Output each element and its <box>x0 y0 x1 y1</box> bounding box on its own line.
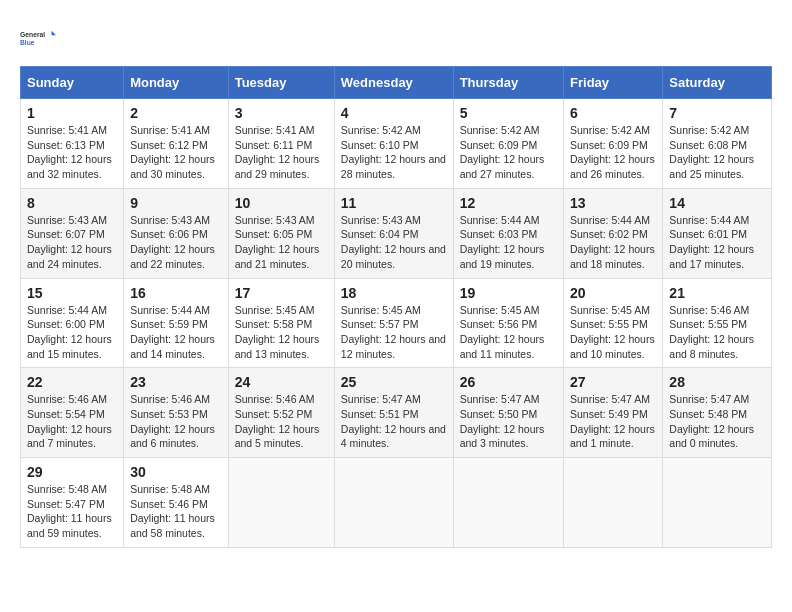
day-cell <box>453 458 563 548</box>
day-detail: Sunrise: 5:44 AM Sunset: 6:01 PM Dayligh… <box>669 213 765 272</box>
day-detail: Sunrise: 5:41 AM Sunset: 6:13 PM Dayligh… <box>27 123 117 182</box>
day-detail: Sunrise: 5:44 AM Sunset: 5:59 PM Dayligh… <box>130 303 222 362</box>
day-cell: 16 Sunrise: 5:44 AM Sunset: 5:59 PM Dayl… <box>124 278 229 368</box>
day-number: 21 <box>669 285 765 301</box>
day-cell: 30 Sunrise: 5:48 AM Sunset: 5:46 PM Dayl… <box>124 458 229 548</box>
col-header-thursday: Thursday <box>453 67 563 99</box>
day-number: 23 <box>130 374 222 390</box>
day-detail: Sunrise: 5:43 AM Sunset: 6:06 PM Dayligh… <box>130 213 222 272</box>
day-detail: Sunrise: 5:43 AM Sunset: 6:04 PM Dayligh… <box>341 213 447 272</box>
svg-marker-2 <box>52 31 57 36</box>
day-detail: Sunrise: 5:42 AM Sunset: 6:08 PM Dayligh… <box>669 123 765 182</box>
day-number: 15 <box>27 285 117 301</box>
day-cell: 19 Sunrise: 5:45 AM Sunset: 5:56 PM Dayl… <box>453 278 563 368</box>
day-detail: Sunrise: 5:41 AM Sunset: 6:12 PM Dayligh… <box>130 123 222 182</box>
col-header-wednesday: Wednesday <box>334 67 453 99</box>
day-number: 26 <box>460 374 557 390</box>
day-cell: 5 Sunrise: 5:42 AM Sunset: 6:09 PM Dayli… <box>453 99 563 189</box>
day-cell: 4 Sunrise: 5:42 AM Sunset: 6:10 PM Dayli… <box>334 99 453 189</box>
day-number: 30 <box>130 464 222 480</box>
day-number: 1 <box>27 105 117 121</box>
day-number: 13 <box>570 195 656 211</box>
svg-text:Blue: Blue <box>20 39 35 46</box>
day-detail: Sunrise: 5:42 AM Sunset: 6:09 PM Dayligh… <box>570 123 656 182</box>
day-detail: Sunrise: 5:48 AM Sunset: 5:46 PM Dayligh… <box>130 482 222 541</box>
day-number: 20 <box>570 285 656 301</box>
page-header: General Blue <box>20 20 772 56</box>
col-header-monday: Monday <box>124 67 229 99</box>
day-cell: 20 Sunrise: 5:45 AM Sunset: 5:55 PM Dayl… <box>564 278 663 368</box>
day-detail: Sunrise: 5:45 AM Sunset: 5:55 PM Dayligh… <box>570 303 656 362</box>
col-header-friday: Friday <box>564 67 663 99</box>
week-row-1: 1 Sunrise: 5:41 AM Sunset: 6:13 PM Dayli… <box>21 99 772 189</box>
col-header-sunday: Sunday <box>21 67 124 99</box>
day-number: 14 <box>669 195 765 211</box>
day-number: 27 <box>570 374 656 390</box>
day-number: 3 <box>235 105 328 121</box>
day-cell: 28 Sunrise: 5:47 AM Sunset: 5:48 PM Dayl… <box>663 368 772 458</box>
day-cell: 7 Sunrise: 5:42 AM Sunset: 6:08 PM Dayli… <box>663 99 772 189</box>
day-number: 8 <box>27 195 117 211</box>
day-number: 7 <box>669 105 765 121</box>
day-number: 25 <box>341 374 447 390</box>
day-detail: Sunrise: 5:43 AM Sunset: 6:05 PM Dayligh… <box>235 213 328 272</box>
day-number: 16 <box>130 285 222 301</box>
day-cell <box>564 458 663 548</box>
logo-icon: General Blue <box>20 20 56 56</box>
day-number: 5 <box>460 105 557 121</box>
day-cell: 23 Sunrise: 5:46 AM Sunset: 5:53 PM Dayl… <box>124 368 229 458</box>
day-cell: 6 Sunrise: 5:42 AM Sunset: 6:09 PM Dayli… <box>564 99 663 189</box>
day-detail: Sunrise: 5:46 AM Sunset: 5:54 PM Dayligh… <box>27 392 117 451</box>
day-cell: 3 Sunrise: 5:41 AM Sunset: 6:11 PM Dayli… <box>228 99 334 189</box>
day-cell: 12 Sunrise: 5:44 AM Sunset: 6:03 PM Dayl… <box>453 188 563 278</box>
week-row-4: 22 Sunrise: 5:46 AM Sunset: 5:54 PM Dayl… <box>21 368 772 458</box>
week-row-2: 8 Sunrise: 5:43 AM Sunset: 6:07 PM Dayli… <box>21 188 772 278</box>
day-detail: Sunrise: 5:43 AM Sunset: 6:07 PM Dayligh… <box>27 213 117 272</box>
svg-text:General: General <box>20 31 45 38</box>
day-detail: Sunrise: 5:42 AM Sunset: 6:10 PM Dayligh… <box>341 123 447 182</box>
day-detail: Sunrise: 5:47 AM Sunset: 5:51 PM Dayligh… <box>341 392 447 451</box>
day-cell: 27 Sunrise: 5:47 AM Sunset: 5:49 PM Dayl… <box>564 368 663 458</box>
day-detail: Sunrise: 5:46 AM Sunset: 5:53 PM Dayligh… <box>130 392 222 451</box>
day-detail: Sunrise: 5:44 AM Sunset: 6:02 PM Dayligh… <box>570 213 656 272</box>
day-number: 17 <box>235 285 328 301</box>
day-cell: 1 Sunrise: 5:41 AM Sunset: 6:13 PM Dayli… <box>21 99 124 189</box>
day-number: 19 <box>460 285 557 301</box>
logo: General Blue <box>20 20 56 56</box>
day-number: 9 <box>130 195 222 211</box>
day-number: 29 <box>27 464 117 480</box>
day-detail: Sunrise: 5:47 AM Sunset: 5:50 PM Dayligh… <box>460 392 557 451</box>
day-cell: 24 Sunrise: 5:46 AM Sunset: 5:52 PM Dayl… <box>228 368 334 458</box>
col-header-tuesday: Tuesday <box>228 67 334 99</box>
day-cell: 26 Sunrise: 5:47 AM Sunset: 5:50 PM Dayl… <box>453 368 563 458</box>
week-row-3: 15 Sunrise: 5:44 AM Sunset: 6:00 PM Dayl… <box>21 278 772 368</box>
day-cell: 17 Sunrise: 5:45 AM Sunset: 5:58 PM Dayl… <box>228 278 334 368</box>
day-number: 24 <box>235 374 328 390</box>
calendar-table: SundayMondayTuesdayWednesdayThursdayFrid… <box>20 66 772 548</box>
day-cell: 22 Sunrise: 5:46 AM Sunset: 5:54 PM Dayl… <box>21 368 124 458</box>
day-cell: 2 Sunrise: 5:41 AM Sunset: 6:12 PM Dayli… <box>124 99 229 189</box>
week-row-5: 29 Sunrise: 5:48 AM Sunset: 5:47 PM Dayl… <box>21 458 772 548</box>
day-cell: 21 Sunrise: 5:46 AM Sunset: 5:55 PM Dayl… <box>663 278 772 368</box>
day-detail: Sunrise: 5:48 AM Sunset: 5:47 PM Dayligh… <box>27 482 117 541</box>
day-number: 6 <box>570 105 656 121</box>
day-cell <box>334 458 453 548</box>
day-cell: 9 Sunrise: 5:43 AM Sunset: 6:06 PM Dayli… <box>124 188 229 278</box>
day-detail: Sunrise: 5:47 AM Sunset: 5:48 PM Dayligh… <box>669 392 765 451</box>
day-detail: Sunrise: 5:44 AM Sunset: 6:03 PM Dayligh… <box>460 213 557 272</box>
day-detail: Sunrise: 5:45 AM Sunset: 5:58 PM Dayligh… <box>235 303 328 362</box>
day-number: 22 <box>27 374 117 390</box>
day-detail: Sunrise: 5:45 AM Sunset: 5:56 PM Dayligh… <box>460 303 557 362</box>
day-number: 10 <box>235 195 328 211</box>
day-cell <box>228 458 334 548</box>
day-cell: 11 Sunrise: 5:43 AM Sunset: 6:04 PM Dayl… <box>334 188 453 278</box>
day-cell: 14 Sunrise: 5:44 AM Sunset: 6:01 PM Dayl… <box>663 188 772 278</box>
day-number: 11 <box>341 195 447 211</box>
day-cell: 8 Sunrise: 5:43 AM Sunset: 6:07 PM Dayli… <box>21 188 124 278</box>
day-cell: 15 Sunrise: 5:44 AM Sunset: 6:00 PM Dayl… <box>21 278 124 368</box>
day-detail: Sunrise: 5:47 AM Sunset: 5:49 PM Dayligh… <box>570 392 656 451</box>
day-number: 28 <box>669 374 765 390</box>
day-detail: Sunrise: 5:44 AM Sunset: 6:00 PM Dayligh… <box>27 303 117 362</box>
day-number: 2 <box>130 105 222 121</box>
day-cell: 18 Sunrise: 5:45 AM Sunset: 5:57 PM Dayl… <box>334 278 453 368</box>
